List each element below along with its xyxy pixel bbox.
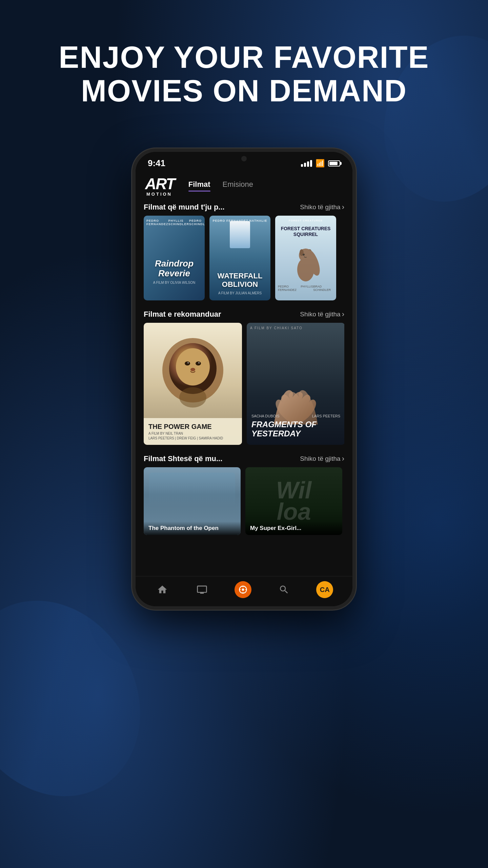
movie-card-waterfall[interactable]: PEDRO FERNANDEZ NATHALIE WATERFALLOBLIVI… bbox=[209, 216, 270, 300]
movie-card-phantom[interactable]: The Phantom of the Open bbox=[144, 467, 241, 535]
movie-card-fragments[interactable]: A FILM BY CHIAKI SATO bbox=[247, 323, 344, 445]
hero-line1: ENJOY YOUR FAVORITE bbox=[59, 41, 429, 74]
svg-point-14 bbox=[190, 368, 195, 371]
section1-header: Filmat që mund t'ju p... Shiko të gjitha… bbox=[144, 197, 344, 216]
movies-icon bbox=[235, 581, 251, 598]
section1-title: Filmat që mund t'ju p... bbox=[144, 203, 225, 212]
svg-point-9 bbox=[176, 348, 210, 386]
waterfall-title: WATERFALLOBLIVION bbox=[218, 272, 263, 288]
section3-header: Filmat Shtesë që mu... Shiko të gjitha › bbox=[144, 448, 344, 467]
section-recommended: Filmat që mund t'ju p... Shiko të gjitha… bbox=[136, 197, 352, 300]
svg-point-15 bbox=[179, 387, 206, 408]
svg-point-12 bbox=[187, 362, 189, 363]
movies-row-1: PEDRO FERNANDEZ PHYLLIS SCHINDLER PEDRO … bbox=[144, 216, 344, 300]
nav-home[interactable] bbox=[155, 582, 170, 597]
movie-card-forest[interactable]: FOREST CREATURES FOREST CREATURESSQUIRRE… bbox=[275, 216, 336, 300]
section3-title: Filmat Shtesë që mu... bbox=[144, 454, 222, 463]
phone-camera bbox=[241, 156, 247, 161]
svg-point-4 bbox=[303, 254, 305, 256]
section1-link[interactable]: Shiko të gjitha › bbox=[300, 203, 344, 212]
nav-search[interactable] bbox=[277, 582, 291, 597]
movies-row-3: The Phantom of the Open Willoa My Super … bbox=[144, 467, 344, 535]
power-game-subtitle: A FILM BY NEIL TRAN bbox=[148, 432, 237, 435]
hero-text: ENJOY YOUR FAVORITE MOVIES ON DEMAND bbox=[32, 41, 456, 108]
phone-frame: 9:41 📶 ART bbox=[132, 149, 356, 610]
app-logo: ART MOTION bbox=[145, 175, 175, 197]
status-bar: 9:41 📶 bbox=[136, 152, 352, 171]
tab-emisione[interactable]: Emisione bbox=[223, 180, 253, 192]
movie-card-raindrop[interactable]: PEDRO FERNANDEZ PHYLLIS SCHINDLER PEDRO … bbox=[144, 216, 205, 300]
raindrop-title: RaindropReverie bbox=[155, 259, 194, 278]
nav-movies[interactable] bbox=[235, 581, 251, 598]
power-game-title: THE POWER GAME bbox=[148, 423, 237, 431]
svg-point-11 bbox=[196, 361, 201, 366]
phantom-title: The Phantom of the Open bbox=[144, 521, 241, 535]
waterfall-subtitle: A FILM BY JULIAN ALMERS bbox=[218, 291, 262, 295]
movie-card-supergirl[interactable]: Willoa My Super Ex-Girl... bbox=[245, 467, 342, 535]
section2-title: Filmat e rekomanduar bbox=[144, 310, 221, 319]
hero-line2: MOVIES ON DEMAND bbox=[59, 74, 429, 108]
section2-header: Filmat e rekomanduar Shiko të gjitha › bbox=[144, 304, 344, 323]
section-featured: Filmat e rekomanduar Shiko të gjitha › bbox=[136, 304, 352, 445]
nav-tabs: Filmat Emisione bbox=[188, 180, 253, 192]
svg-point-13 bbox=[198, 362, 200, 363]
chevron-right-icon-3: › bbox=[342, 454, 344, 463]
nav-tv[interactable] bbox=[195, 582, 209, 597]
chevron-right-icon-2: › bbox=[342, 310, 344, 319]
fragments-cast: SACHA DUBOIS LARS PEETERS bbox=[251, 414, 340, 418]
section-extra: Filmat Shtesë që mu... Shiko të gjitha › bbox=[136, 448, 352, 535]
app-header: ART MOTION Filmat Emisione bbox=[136, 171, 352, 197]
logo-motion-text: MOTION bbox=[145, 192, 175, 197]
wifi-icon: 📶 bbox=[316, 159, 325, 168]
svg-point-10 bbox=[185, 361, 190, 366]
page-content: ENJOY YOUR FAVORITE MOVIES ON DEMAND 9:4… bbox=[0, 0, 488, 868]
tab-filmat[interactable]: Filmat bbox=[188, 180, 210, 192]
battery-icon bbox=[328, 160, 340, 166]
power-game-cast: LARS PEETERS | DREW FEIG | SAMIRA HADID bbox=[148, 436, 237, 440]
bottom-nav: CA bbox=[136, 576, 352, 606]
tv-icon bbox=[195, 582, 209, 597]
phone-screen: 9:41 📶 ART bbox=[136, 152, 352, 606]
section3-link[interactable]: Shiko të gjitha › bbox=[300, 454, 344, 463]
svg-point-17 bbox=[242, 589, 244, 591]
movie-card-power[interactable]: THE POWER GAME A FILM BY NEIL TRAN LARS … bbox=[144, 323, 242, 445]
movies-row-2: THE POWER GAME A FILM BY NEIL TRAN LARS … bbox=[144, 323, 344, 445]
signal-icon bbox=[301, 160, 312, 167]
search-icon bbox=[277, 582, 291, 597]
nav-profile[interactable]: CA bbox=[316, 581, 333, 598]
supergirl-title: My Super Ex-Girl... bbox=[245, 521, 342, 535]
phone-mockup: 9:41 📶 ART bbox=[132, 149, 356, 610]
status-time: 9:41 bbox=[148, 158, 165, 169]
raindrop-subtitle: A FILM BY OLIVIA WILSON bbox=[153, 281, 195, 284]
chevron-right-icon: › bbox=[342, 203, 344, 212]
home-icon bbox=[155, 582, 170, 597]
phone-power-button bbox=[355, 220, 356, 247]
profile-avatar[interactable]: CA bbox=[316, 581, 333, 598]
logo-art-text: ART bbox=[145, 175, 175, 193]
status-icons: 📶 bbox=[301, 159, 340, 168]
section2-link[interactable]: Shiko të gjitha › bbox=[300, 310, 344, 319]
app-content: Filmat që mund t'ju p... Shiko të gjitha… bbox=[136, 197, 352, 576]
fragments-title: FRAGMENTS OFYESTERDAY bbox=[251, 420, 340, 438]
